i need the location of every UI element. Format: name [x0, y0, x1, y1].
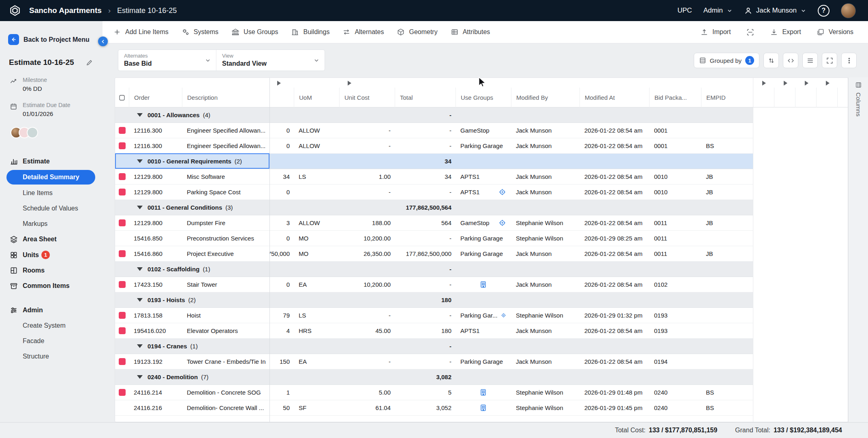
cell-modified_by[interactable]: Jack Munson: [511, 185, 579, 200]
cell-order[interactable]: 12116.300: [129, 123, 182, 138]
code-view-button[interactable]: [783, 53, 798, 68]
cell-uom[interactable]: HRS: [294, 323, 339, 338]
sidebar-section-admin[interactable]: Admin: [0, 303, 103, 318]
cell-unit_cost[interactable]: -: [339, 123, 395, 138]
cell-use_group[interactable]: APTS1: [455, 323, 511, 338]
cell-modified_at[interactable]: 2026-01-29 08:25 am: [579, 231, 649, 246]
row-chip-cell[interactable]: [115, 185, 129, 200]
column-header-total[interactable]: Total: [395, 88, 455, 107]
cell-total[interactable]: -: [395, 185, 455, 200]
cell-qty[interactable]: 0: [269, 185, 294, 200]
collapse-triangle-icon[interactable]: [137, 298, 143, 302]
view-select[interactable]: View Standard View: [216, 50, 325, 71]
group-row-0240-demolition[interactable]: 0240 - Demolition(7)3,082: [115, 369, 753, 385]
row-chip-cell[interactable]: [115, 246, 129, 261]
cell-total[interactable]: -: [395, 123, 455, 138]
cell-bid[interactable]: 0240: [649, 400, 701, 415]
group-header-label[interactable]: 0240 - Demolition(7): [129, 374, 339, 380]
expand-column-icon[interactable]: [805, 81, 808, 86]
sidebar-item-create-system[interactable]: Create System: [0, 318, 103, 333]
cell-uom[interactable]: [294, 385, 339, 400]
cell-modified_by[interactable]: Jack Munson: [511, 354, 579, 369]
breadcrumb-project[interactable]: Sancho Apartments: [29, 6, 102, 15]
table-row[interactable]: 24116.214Demolition - Concrete SOG15.005…: [115, 385, 753, 400]
row-chip-cell[interactable]: [115, 277, 129, 292]
row-chip-cell[interactable]: [115, 354, 129, 369]
sidebar-item-line-items[interactable]: Line Items: [0, 185, 103, 201]
cell-modified_at[interactable]: 2026-01-22 08:54 am: [579, 277, 649, 292]
cell-order[interactable]: 195416.020: [129, 323, 182, 338]
cell-qty[interactable]: 0: [269, 123, 294, 138]
cell-modified_by[interactable]: Stephanie Wilson: [511, 385, 579, 400]
table-row[interactable]: 12129.800Parking Space Cost0--APTS1 Jack…: [115, 185, 753, 200]
cell-order[interactable]: 24116.216: [129, 400, 182, 415]
column-header-order[interactable]: Order: [129, 88, 182, 107]
column-header-empid[interactable]: EMPID: [701, 88, 753, 107]
row-color-chip[interactable]: [119, 219, 126, 226]
table-row[interactable]: 12129.800Misc Software34LS1.0034APTS1Jac…: [115, 169, 753, 185]
group-row-0001-allowances[interactable]: 0001 - Allowances(4)-: [115, 107, 753, 123]
cell-bid[interactable]: 0011: [649, 246, 701, 261]
cell-modified_by[interactable]: Jack Munson: [511, 246, 579, 261]
row-color-chip[interactable]: [119, 389, 126, 396]
cell-modified_by[interactable]: Stephanie Wilson: [511, 215, 579, 230]
cell-use_group[interactable]: GameStop: [455, 215, 511, 230]
sidebar-section-estimate[interactable]: Estimate: [0, 154, 103, 169]
more-options-button[interactable]: [841, 53, 857, 68]
cell-unit_cost[interactable]: 5.00: [339, 385, 395, 400]
cell-bid[interactable]: 0102: [649, 277, 701, 292]
cell-bid[interactable]: 0001: [649, 123, 701, 138]
table-row[interactable]: 17813.158Hoist79LS--Parking Gar... Steph…: [115, 308, 753, 323]
column-header-modified-at[interactable]: Modified At: [579, 88, 649, 107]
expand-column-icon[interactable]: [762, 81, 766, 86]
group-row-0010-general-requirements[interactable]: 0010 - General Requirements(2)34: [115, 154, 753, 169]
cell-empid[interactable]: JB: [701, 215, 753, 230]
expand-column-icon[interactable]: [348, 81, 351, 86]
cell-unit_cost[interactable]: 188.00: [339, 215, 395, 230]
alternates-button[interactable]: Alternates: [342, 24, 385, 40]
cell-modified_at[interactable]: 2026-01-22 08:54 am: [579, 169, 649, 184]
table-row[interactable]: 12129.800Dumpster Fire3ALLOW188.00564Gam…: [115, 215, 753, 231]
cell-use_group[interactable]: GameStop: [455, 123, 511, 138]
table-row[interactable]: 12116.300Engineer Specified Allowan...0A…: [115, 123, 753, 138]
cell-qty[interactable]: ,750,000: [269, 246, 294, 261]
cell-order[interactable]: 12129.800: [129, 215, 182, 230]
sidebar-item-facade[interactable]: Facade: [0, 333, 103, 349]
cell-unit_cost[interactable]: -: [339, 308, 395, 323]
cell-uom[interactable]: SF: [294, 400, 339, 415]
cell-unit_cost[interactable]: 10,200.00: [339, 231, 395, 246]
cell-total[interactable]: -: [395, 308, 455, 323]
cell-use_group[interactable]: Parking Garage: [455, 246, 511, 261]
cell-desc[interactable]: Engineer Specified Allowan...: [182, 123, 269, 138]
sidebar-item-structure[interactable]: Structure: [0, 349, 103, 364]
cell-modified_at[interactable]: 2026-01-22 08:54 am: [579, 185, 649, 200]
cell-order[interactable]: 12129.800: [129, 185, 182, 200]
geometry-button[interactable]: Geometry: [396, 24, 438, 40]
cell-use_group[interactable]: APTS1: [455, 185, 511, 200]
cell-unit_cost[interactable]: -: [339, 138, 395, 153]
cell-total[interactable]: -: [395, 277, 455, 292]
use-groups-button[interactable]: Use Groups: [231, 24, 279, 40]
cell-total[interactable]: 180: [395, 323, 455, 338]
sidebar-item-markups[interactable]: Markups: [0, 216, 103, 232]
columns-panel-tab[interactable]: Columns: [848, 77, 868, 422]
column-header-bid-packa[interactable]: Bid Packa...: [649, 88, 701, 107]
cell-order[interactable]: 24116.214: [129, 385, 182, 400]
cell-total[interactable]: 564: [395, 215, 455, 230]
cell-bid[interactable]: 0010: [649, 169, 701, 184]
group-row-0193-hoists[interactable]: 0193 - Hoists(2)180: [115, 292, 753, 308]
cell-qty[interactable]: 4: [269, 323, 294, 338]
cell-desc[interactable]: Dumpster Fire: [182, 215, 269, 230]
cell-desc[interactable]: Stair Tower: [182, 277, 269, 292]
cell-bid[interactable]: 0011: [649, 231, 701, 246]
cell-empid[interactable]: JB: [701, 185, 753, 200]
expand-column-icon[interactable]: [277, 81, 281, 86]
row-chip-cell[interactable]: [115, 308, 129, 323]
cell-order[interactable]: 17813.158: [129, 308, 182, 323]
cell-empid[interactable]: BS: [701, 400, 753, 415]
cell-bid[interactable]: 0194: [649, 354, 701, 369]
cell-uom[interactable]: [294, 185, 339, 200]
cell-qty[interactable]: 150: [269, 354, 294, 369]
user-dropdown[interactable]: Jack Munson: [744, 6, 806, 15]
row-chip-cell[interactable]: [115, 231, 129, 246]
